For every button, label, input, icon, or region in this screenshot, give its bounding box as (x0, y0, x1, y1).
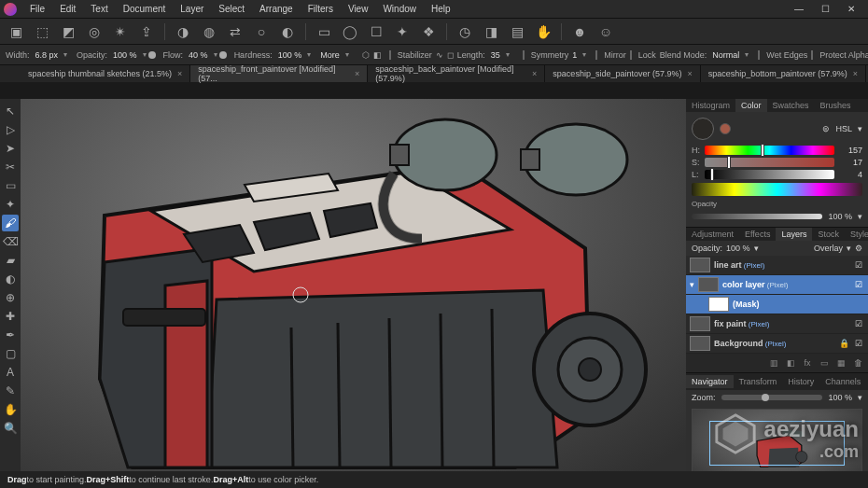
hand-icon[interactable]: ✋ (533, 21, 553, 42)
contrast-icon[interactable]: ◑ (173, 21, 193, 42)
panel-tab-brushes[interactable]: Brushes (815, 99, 857, 112)
clone-tool[interactable]: ⊕ (2, 289, 19, 306)
flood-select-tool[interactable]: ✦ (2, 196, 19, 213)
add-layer-icon[interactable]: ▦ (834, 356, 847, 369)
chevron-down-icon[interactable]: ▾ (690, 280, 694, 289)
saturation-value[interactable]: 17 (838, 158, 862, 167)
hand-tool[interactable]: ✋ (2, 401, 19, 418)
wet-edges-checkbox[interactable] (758, 50, 760, 60)
crop-icon[interactable]: ⬚ (32, 21, 52, 42)
zoom-slider[interactable] (721, 395, 823, 400)
zoom-tool[interactable]: 🔍 (2, 420, 19, 437)
document-tab[interactable]: spaceship_back_paintover [Modified] (57.… (368, 65, 545, 82)
text-box-icon[interactable]: ☐ (366, 21, 386, 42)
disc-icon[interactable]: ◍ (199, 21, 219, 42)
menu-edit[interactable]: Edit (52, 2, 83, 16)
document-tab[interactable]: spaceship_side_paintover (57.9%)× (545, 65, 700, 82)
close-icon[interactable]: × (355, 69, 359, 78)
protect-alpha-checkbox[interactable] (811, 50, 813, 60)
close-icon[interactable]: × (687, 69, 692, 78)
lightness-slider[interactable] (705, 170, 834, 179)
menu-select[interactable]: Select (211, 2, 252, 16)
menu-filters[interactable]: Filters (301, 2, 341, 16)
magic-wand-icon[interactable]: ✦ (392, 21, 413, 42)
fx-layer-icon[interactable]: fx (801, 356, 814, 369)
panel-tab-layers[interactable]: Layers (776, 228, 812, 241)
image-icon[interactable]: ▣ (6, 21, 26, 42)
window-maximize[interactable]: ☐ (812, 0, 838, 19)
primary-color-swatch[interactable] (692, 118, 714, 140)
hue-value[interactable]: 157 (838, 146, 862, 155)
menu-view[interactable]: View (341, 2, 376, 16)
zoom-value[interactable]: 100 % (828, 393, 852, 402)
marquee-tool[interactable]: ▭ (2, 177, 19, 194)
document-tab[interactable]: spaceship thumbnail sketches (21.5%)× (21, 65, 190, 82)
panel-tab-stock[interactable]: Stock (812, 228, 845, 241)
visibility-checkbox[interactable]: ☑ (853, 260, 864, 270)
panel-tab-histogram[interactable]: Histogram (686, 99, 735, 112)
layer-blend-value[interactable]: Overlay (814, 244, 843, 253)
panel-tab-color[interactable]: Color (735, 99, 767, 112)
force-pressure-icon[interactable]: ⬡ (362, 50, 370, 60)
close-icon[interactable]: × (177, 69, 182, 78)
healing-tool[interactable]: ✚ (2, 308, 19, 325)
shape-tool[interactable]: ▢ (2, 345, 19, 362)
menu-file[interactable]: File (22, 2, 52, 16)
window-icon2[interactable]: ◻ (447, 50, 454, 60)
cube-icon[interactable]: ◩ (58, 21, 78, 42)
window-minimize[interactable]: — (786, 0, 812, 19)
clock-icon[interactable]: ◷ (455, 21, 475, 42)
swap-icon[interactable]: ⇄ (225, 21, 245, 42)
close-icon[interactable]: × (532, 69, 537, 78)
move-tool[interactable]: ↖ (2, 103, 19, 119)
layer-row[interactable]: fix paint (Pixel)☑ (686, 314, 868, 334)
menu-arrange[interactable]: Arrange (252, 2, 301, 16)
rope-icon[interactable]: ∿ (436, 50, 443, 60)
panel-tab-styles[interactable]: Styles (845, 228, 868, 241)
group-layer-icon[interactable]: ▭ (818, 356, 831, 369)
panel-tab-navigator[interactable]: Navigator (686, 375, 734, 388)
swatch-icon[interactable]: ▤ (507, 21, 527, 42)
paint-brush-tool[interactable]: 🖌 (2, 215, 19, 231)
cursor-tool[interactable]: ➤ (2, 140, 19, 157)
width-value[interactable]: 6.8 px (35, 50, 59, 60)
hardness-value[interactable]: 100 % (278, 50, 302, 60)
panel-tab-transform[interactable]: Transform (734, 375, 783, 388)
mirror-checkbox[interactable] (595, 50, 597, 60)
people2-icon[interactable]: ☺ (595, 21, 616, 42)
recolor-icon[interactable]: ❖ (418, 21, 439, 42)
color-opacity-value[interactable]: 100 % (828, 212, 852, 221)
nodes-icon[interactable]: ✴ (110, 21, 131, 42)
people1-icon[interactable]: ☻ (569, 21, 590, 42)
menu-document[interactable]: Document (116, 2, 174, 16)
symmetry-checkbox[interactable] (523, 50, 525, 60)
pen-tool[interactable]: ✒ (2, 327, 19, 343)
window-close[interactable]: ✕ (838, 0, 864, 19)
color-picker-icon[interactable]: ⊜ (822, 124, 830, 133)
menu-layer[interactable]: Layer (173, 2, 211, 16)
delete-layer-icon[interactable]: 🗑 (851, 356, 864, 369)
panel-tab-channels[interactable]: Channels (819, 375, 866, 388)
erase-tool[interactable]: ⌫ (2, 233, 19, 250)
lock-checkbox[interactable] (630, 50, 632, 60)
lock-icon[interactable]: 🔒 (838, 339, 849, 348)
fill-tool[interactable]: ▰ (2, 252, 19, 269)
hue-slider[interactable] (705, 146, 834, 155)
menu-window[interactable]: Window (375, 2, 424, 16)
flow-value[interactable]: 40 % (189, 50, 208, 60)
adjust-layer-icon[interactable]: ◧ (784, 356, 797, 369)
camera-icon[interactable]: ◨ (481, 21, 501, 42)
panel-tab-adjustment[interactable]: Adjustment (686, 228, 739, 241)
node-tool[interactable]: ▷ (2, 121, 19, 138)
layer-row[interactable]: line art (Pixel)☑ (686, 256, 868, 275)
more-button[interactable]: More (320, 50, 340, 60)
size-pressure-icon[interactable]: ◧ (373, 50, 382, 60)
share-icon[interactable]: ⇪ (136, 21, 157, 42)
close-icon[interactable]: × (853, 69, 858, 78)
color-opacity-slider[interactable] (692, 214, 822, 219)
visibility-checkbox[interactable]: ☑ (853, 319, 864, 328)
text-tool[interactable]: A (2, 364, 19, 381)
panel-tab-history[interactable]: History (782, 375, 819, 388)
panel-tab-effects[interactable]: Effects (739, 228, 776, 241)
two-tone-icon[interactable]: ◐ (277, 21, 298, 42)
